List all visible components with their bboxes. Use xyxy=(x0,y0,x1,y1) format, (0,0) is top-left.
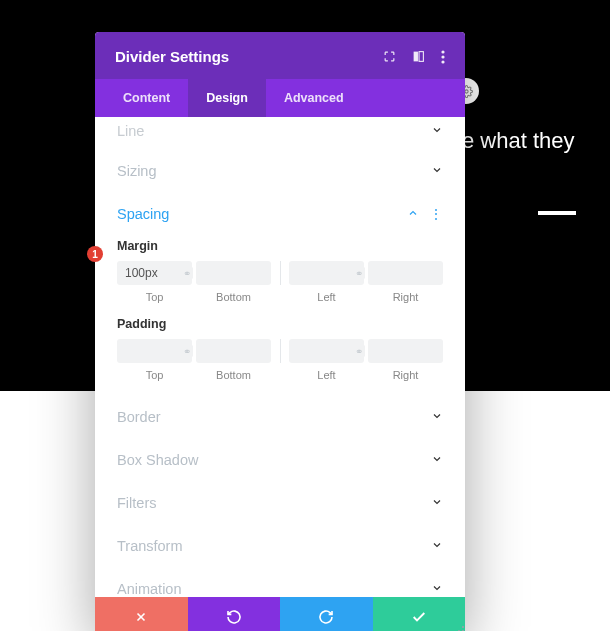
svg-point-8 xyxy=(462,626,464,628)
chevron-down-icon xyxy=(431,408,443,426)
svg-rect-2 xyxy=(419,52,423,62)
undo-button[interactable] xyxy=(188,597,281,631)
svg-rect-1 xyxy=(414,52,418,62)
kebab-icon[interactable] xyxy=(441,50,445,64)
padding-right-input[interactable] xyxy=(368,339,443,363)
side-label-bottom: Bottom xyxy=(196,291,271,303)
section-title-border: Border xyxy=(117,409,161,425)
section-title-transform: Transform xyxy=(117,538,183,554)
chevron-down-icon xyxy=(431,123,443,139)
section-kebab-icon[interactable]: ⋮ xyxy=(429,207,443,221)
padding-bottom-input[interactable] xyxy=(196,339,271,363)
section-header-transform[interactable]: Transform xyxy=(95,525,465,567)
background-divider-line xyxy=(538,211,576,215)
section-header-filters[interactable]: Filters xyxy=(95,482,465,524)
spacing-content: Margin ⚭ ⚭ xyxy=(95,239,465,395)
svg-point-3 xyxy=(441,50,444,53)
resize-handle-icon[interactable] xyxy=(452,624,465,631)
chevron-down-icon xyxy=(431,451,443,469)
section-title-line: Line xyxy=(117,123,144,139)
undo-icon xyxy=(226,609,242,625)
margin-inputs: ⚭ ⚭ xyxy=(117,261,443,285)
section-header-sizing[interactable]: Sizing xyxy=(95,150,465,192)
section-header-border[interactable]: Border xyxy=(95,396,465,438)
modal-tabs: Content Design Advanced xyxy=(95,79,465,117)
side-label-right: Right xyxy=(368,369,443,381)
cancel-button[interactable] xyxy=(95,597,188,631)
link-icon[interactable]: ⚭ xyxy=(181,346,193,357)
side-label-bottom: Bottom xyxy=(196,369,271,381)
chevron-down-icon xyxy=(431,580,443,597)
modal-footer xyxy=(95,597,465,631)
side-label-right: Right xyxy=(368,291,443,303)
padding-inputs: ⚭ ⚭ xyxy=(117,339,443,363)
chevron-down-icon xyxy=(431,494,443,512)
chevron-down-icon xyxy=(431,537,443,555)
side-label-top: Top xyxy=(117,369,192,381)
section-title-animation: Animation xyxy=(117,581,181,597)
modal-body: Line Sizing Spacing ⋮ xyxy=(95,117,465,597)
section-title-box-shadow: Box Shadow xyxy=(117,452,198,468)
side-label-top: Top xyxy=(117,291,192,303)
tab-advanced[interactable]: Advanced xyxy=(266,79,362,117)
chevron-down-icon xyxy=(431,162,443,180)
section-header-box-shadow[interactable]: Box Shadow xyxy=(95,439,465,481)
modal-header: Divider Settings xyxy=(95,32,465,79)
side-label-left: Left xyxy=(289,291,364,303)
annotation-badge-1: 1 xyxy=(87,246,103,262)
svg-point-5 xyxy=(441,60,444,63)
section-header-line[interactable]: Line xyxy=(95,117,465,150)
margin-label: Margin xyxy=(117,239,443,253)
close-icon xyxy=(134,610,148,624)
modal-title: Divider Settings xyxy=(115,48,229,65)
snap-left-icon[interactable] xyxy=(412,50,425,63)
section-title-sizing: Sizing xyxy=(117,163,157,179)
redo-button[interactable] xyxy=(280,597,373,631)
redo-icon xyxy=(318,609,334,625)
section-title-spacing: Spacing xyxy=(117,206,169,222)
margin-bottom-input[interactable] xyxy=(196,261,271,285)
svg-point-4 xyxy=(441,55,444,58)
margin-right-input[interactable] xyxy=(368,261,443,285)
link-icon[interactable]: ⚭ xyxy=(353,346,365,357)
chevron-up-icon xyxy=(407,205,419,223)
check-icon xyxy=(411,609,427,625)
section-title-filters: Filters xyxy=(117,495,156,511)
link-icon[interactable]: ⚭ xyxy=(181,268,193,279)
padding-label: Padding xyxy=(117,317,443,331)
link-icon[interactable]: ⚭ xyxy=(353,268,365,279)
vertical-divider xyxy=(280,261,281,285)
section-header-spacing[interactable]: Spacing ⋮ xyxy=(95,193,465,235)
background-text-fragment: e what they xyxy=(462,128,575,154)
tab-content[interactable]: Content xyxy=(105,79,188,117)
settings-modal: Divider Settings Content Design Advanced… xyxy=(95,32,465,631)
expand-icon[interactable] xyxy=(383,50,396,63)
modal-header-actions xyxy=(383,50,445,64)
tab-design[interactable]: Design xyxy=(188,79,266,117)
section-header-animation[interactable]: Animation xyxy=(95,568,465,597)
vertical-divider xyxy=(280,339,281,363)
side-label-left: Left xyxy=(289,369,364,381)
